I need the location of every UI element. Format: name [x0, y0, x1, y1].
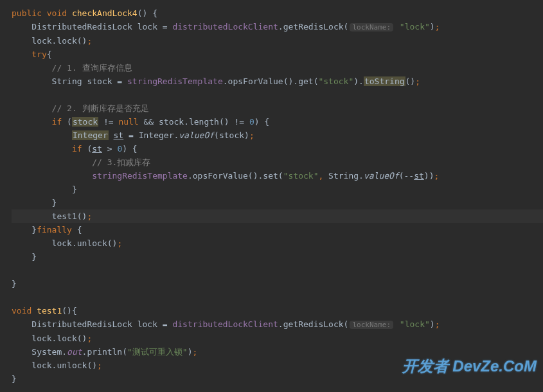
comment: // 3.扣减库存: [12, 157, 150, 167]
keyword-if: if: [12, 144, 82, 154]
code-text: ): [430, 319, 435, 329]
string-literal: "lock": [395, 22, 430, 31]
semicolon: ;: [117, 238, 122, 248]
code-text: (): [405, 76, 416, 86]
parameter-hint: lockName:: [350, 321, 393, 329]
code-text: =: [112, 76, 127, 86]
code-text: ): [430, 22, 435, 31]
static-method: valueOf: [179, 130, 214, 140]
code-text: lock.unlock(): [12, 361, 97, 370]
code-text: test1(): [12, 211, 87, 221]
code-text: DistributedRedisLock: [12, 319, 138, 329]
code-line: }: [12, 372, 543, 386]
code-text: ) {: [122, 144, 137, 154]
code-text: lock.lock(): [12, 36, 87, 46]
code-line: String stock = stringRedisTemplate.opsFo…: [12, 75, 543, 88]
code-text: getRedisLock(: [283, 22, 349, 31]
string-literal: "stock": [283, 171, 319, 181]
keyword-null: null: [118, 117, 138, 127]
code-text: .: [278, 22, 283, 31]
keyword-void: void: [12, 306, 31, 316]
semicolon: ;: [193, 347, 198, 357]
code-text: String: [12, 76, 87, 86]
code-line: // 3.扣减库存: [12, 156, 543, 169]
variable: stock: [87, 76, 112, 86]
parameter-hint: lockName:: [350, 23, 393, 31]
warning-highlight: stock: [72, 117, 98, 127]
code-text: lock.lock(): [12, 334, 87, 343]
code-line: }: [12, 250, 543, 263]
code-line: [12, 88, 543, 102]
keyword-void: void: [42, 8, 67, 18]
string-literal: "lock": [395, 319, 430, 329]
semicolon: ;: [87, 334, 92, 343]
code-text: }: [12, 279, 17, 289]
semicolon: ;: [434, 171, 440, 181]
variable: lock: [138, 22, 157, 31]
semicolon: ;: [435, 319, 440, 329]
code-text: }: [12, 198, 57, 208]
code-text: System.: [12, 347, 67, 357]
variable: lock: [138, 319, 157, 329]
code-text: .opsForValue().get(: [223, 76, 319, 86]
code-text: ).: [353, 76, 364, 86]
code-text: String.: [323, 171, 364, 181]
code-line: void test1(){: [12, 304, 543, 317]
variable: st: [414, 171, 424, 181]
code-text: [31, 306, 37, 316]
code-text: }: [12, 184, 77, 194]
code-line: stringRedisTemplate.opsForValue().set("s…: [12, 169, 543, 183]
code-line-highlighted: test1();: [12, 209, 543, 223]
warning-highlight: Integer: [72, 130, 109, 140]
code-line: // 1. 查询库存信息: [12, 61, 543, 75]
semicolon: ;: [249, 130, 254, 140]
keyword-try: try: [12, 49, 47, 59]
variable-declaration: st: [114, 130, 124, 140]
code-text: && stock.length() !=: [139, 117, 249, 127]
code-line: DistributedRedisLock lock = distributedL…: [12, 20, 543, 34]
code-line: }: [12, 183, 543, 196]
code-line: // 2. 判断库存是否充足: [12, 102, 543, 115]
number-literal: 0: [249, 117, 254, 127]
code-text: [109, 130, 114, 140]
field-reference: stringRedisTemplate: [127, 76, 223, 86]
code-line: System.out.println("测试可重入锁");: [12, 345, 543, 359]
field-reference: distributedLockClient: [172, 319, 278, 329]
code-text: =: [157, 319, 172, 329]
code-editor[interactable]: public void checkAndLock4() { Distribute…: [12, 6, 543, 386]
code-line: try{: [12, 48, 543, 61]
field-reference: stringRedisTemplate: [92, 171, 188, 181]
static-field: out: [67, 347, 82, 357]
code-text: )): [424, 171, 434, 181]
code-line: }: [12, 196, 543, 209]
method-name: checkAndLock4: [67, 8, 138, 18]
comment: // 1. 查询库存信息: [12, 63, 132, 73]
code-text: (){: [62, 306, 76, 316]
code-line: [12, 290, 543, 304]
code-line: Integer st = Integer.valueOf(stock);: [12, 129, 543, 142]
semicolon: ;: [97, 361, 102, 370]
code-line: [12, 263, 543, 277]
variable: st: [92, 144, 102, 154]
semicolon: ;: [87, 211, 92, 221]
keyword-if: if: [12, 117, 62, 127]
string-literal: "测试可重入锁": [127, 347, 188, 357]
comment: // 2. 判断库存是否充足: [12, 103, 149, 113]
code-line: }: [12, 277, 543, 290]
code-text: .opsForValue().set(: [188, 171, 283, 181]
keyword-public: public: [12, 8, 42, 18]
code-line: if (stock != null && stock.length() != 0…: [12, 115, 543, 129]
code-text: =: [157, 22, 172, 31]
warning-highlight: toString: [364, 76, 405, 86]
code-line: if (st > 0) {: [12, 142, 543, 156]
code-text: DistributedRedisLock: [12, 22, 138, 31]
static-method: valueOf: [364, 171, 399, 181]
keyword-finally: finally: [37, 225, 72, 235]
method-name: test1: [37, 306, 62, 316]
code-text: }: [12, 374, 17, 384]
code-line: lock.unlock();: [12, 236, 543, 250]
code-text: lock.unlock(): [12, 238, 117, 248]
code-line: lock.lock();: [12, 332, 543, 345]
code-line: DistributedRedisLock lock = distributedL…: [12, 317, 543, 332]
code-text: = Integer.: [123, 130, 179, 140]
